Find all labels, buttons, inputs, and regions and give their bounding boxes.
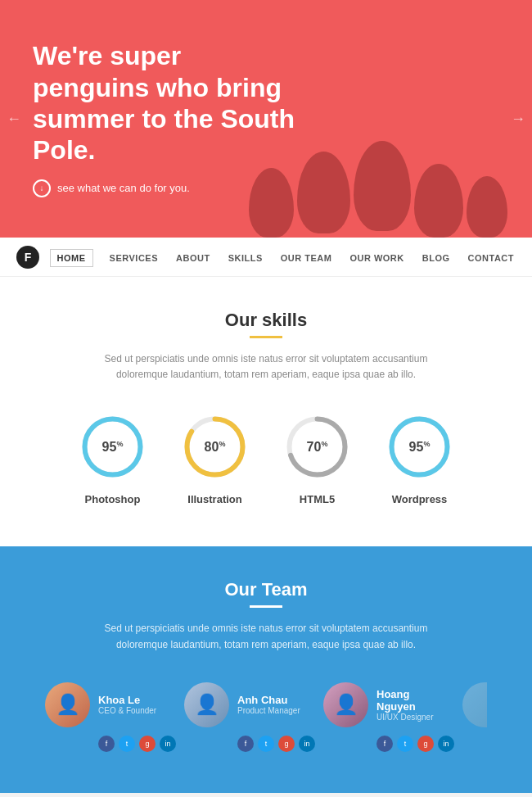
skill-illustration: 80% Illustration bbox=[180, 412, 250, 505]
avatar-hoang: 👤 bbox=[323, 682, 368, 727]
team-info-anh: Anh Chau Product Manager bbox=[237, 694, 300, 715]
team-info-hoang: Hoang Nguyen UI/UX Designer bbox=[376, 688, 446, 722]
social-icons-hoang: f t g in bbox=[376, 736, 454, 752]
googleplus-icon-khoa[interactable]: g bbox=[139, 736, 156, 752]
team-description: Sed ut perspiciatis unde omnis iste natu… bbox=[94, 621, 438, 652]
team-name-khoa: Khoa Le bbox=[98, 694, 156, 706]
team-role-khoa: CEO & Founder bbox=[98, 706, 156, 715]
hero-content: We're super penguins who bring summer to… bbox=[33, 40, 295, 197]
twitter-icon-anh[interactable]: t bbox=[258, 736, 274, 752]
team-name-hoang: Hoang Nguyen bbox=[376, 688, 446, 713]
avatar-khoa: 👤 bbox=[45, 682, 90, 727]
skill-percent-illustration: 80% bbox=[205, 440, 226, 455]
skill-label-illustration: Illustration bbox=[187, 493, 241, 505]
nav-item-our-work[interactable]: OUR WORK bbox=[348, 250, 405, 265]
linkedin-icon-anh[interactable]: in bbox=[299, 736, 315, 752]
nav-item-contact[interactable]: CONTACT bbox=[467, 250, 516, 265]
nav-item-skills[interactable]: SKILLS bbox=[227, 250, 264, 265]
team-section: Our Team Sed ut perspiciatis unde omnis … bbox=[0, 546, 532, 792]
hero-cta[interactable]: ↓ see what we can do for you. bbox=[33, 179, 295, 197]
skill-donut-html5: 70% bbox=[282, 412, 352, 482]
twitter-icon-hoang[interactable]: t bbox=[397, 736, 413, 752]
skill-percent-html5: 70% bbox=[307, 440, 328, 455]
team-member-khoa-top: 👤 Khoa Le CEO & Founder bbox=[45, 682, 156, 727]
nav-item-our-team[interactable]: OUR TEAM bbox=[279, 250, 334, 265]
skill-photoshop: 95% Photoshop bbox=[78, 412, 147, 505]
skill-html5: 70% HTML5 bbox=[282, 412, 352, 505]
skills-description: Sed ut perspiciatis unde omnis iste natu… bbox=[94, 351, 438, 383]
avatar-partial bbox=[462, 682, 487, 727]
team-title: Our Team bbox=[16, 579, 516, 600]
cta-label: see what we can do for you. bbox=[57, 182, 190, 194]
skill-donut-wordpress: 95% bbox=[385, 412, 454, 482]
skill-wordpress: 95% Wordpress bbox=[385, 412, 454, 505]
stats-section: 1988 Project we have done. 277 Completed… bbox=[0, 793, 532, 797]
nav-item-blog[interactable]: BLOG bbox=[421, 250, 452, 265]
team-role-anh: Product Manager bbox=[237, 706, 300, 715]
skill-donut-illustration: 80% bbox=[180, 412, 250, 482]
team-grid: 👤 Khoa Le CEO & Founder f t g in 👤 bbox=[16, 682, 516, 752]
team-member-khoa: 👤 Khoa Le CEO & Founder f t g in bbox=[45, 682, 168, 752]
nav-links: HOME SERVICES ABOUT SKILLS OUR TEAM OUR … bbox=[50, 250, 516, 265]
skills-section: Our skills Sed ut perspiciatis unde omni… bbox=[0, 277, 532, 546]
team-member-anh: 👤 Anh Chau Product Manager f t g in bbox=[184, 682, 307, 752]
navigation: F HOME SERVICES ABOUT SKILLS OUR TEAM OU… bbox=[0, 238, 532, 277]
cta-down-icon[interactable]: ↓ bbox=[33, 179, 51, 197]
social-icons-khoa: f t g in bbox=[98, 736, 176, 752]
linkedin-icon-hoang[interactable]: in bbox=[438, 736, 454, 752]
skill-label-photoshop: Photoshop bbox=[85, 493, 141, 505]
hero-headline: We're super penguins who bring summer to… bbox=[33, 40, 295, 166]
skill-label-html5: HTML5 bbox=[300, 493, 335, 505]
skills-title-underline bbox=[250, 336, 282, 338]
hero-next-arrow[interactable]: → bbox=[511, 111, 525, 128]
skills-title: Our skills bbox=[16, 310, 516, 331]
team-name-anh: Anh Chau bbox=[237, 694, 300, 706]
team-member-anh-top: 👤 Anh Chau Product Manager bbox=[184, 682, 300, 727]
hero-section: We're super penguins who bring summer to… bbox=[0, 0, 532, 238]
team-title-underline bbox=[250, 605, 282, 608]
nav-item-about[interactable]: ABOUT bbox=[174, 250, 212, 265]
skill-label-wordpress: Wordpress bbox=[392, 493, 448, 505]
googleplus-icon-hoang[interactable]: g bbox=[417, 736, 434, 752]
facebook-icon-khoa[interactable]: f bbox=[98, 736, 115, 752]
penguin-3 bbox=[354, 141, 411, 231]
penguin-4 bbox=[414, 164, 463, 238]
skill-percent-wordpress: 95% bbox=[409, 440, 431, 455]
nav-item-home[interactable]: HOME bbox=[50, 250, 93, 265]
skills-grid: 95% Photoshop 80% Illustration 70% bbox=[16, 412, 516, 505]
nav-logo[interactable]: F bbox=[16, 246, 39, 269]
team-member-partial bbox=[462, 682, 487, 752]
skill-donut-photoshop: 95% bbox=[78, 412, 147, 482]
social-icons-anh: f t g in bbox=[237, 736, 315, 752]
team-role-hoang: UI/UX Designer bbox=[376, 713, 446, 722]
team-member-hoang-top: 👤 Hoang Nguyen UI/UX Designer bbox=[323, 682, 446, 727]
twitter-icon-khoa[interactable]: t bbox=[119, 736, 135, 752]
skill-percent-photoshop: 95% bbox=[102, 440, 124, 455]
team-info-khoa: Khoa Le CEO & Founder bbox=[98, 694, 156, 715]
linkedin-icon-khoa[interactable]: in bbox=[160, 736, 176, 752]
nav-item-services[interactable]: SERVICES bbox=[108, 250, 160, 265]
avatar-anh: 👤 bbox=[184, 682, 229, 727]
googleplus-icon-anh[interactable]: g bbox=[278, 736, 295, 752]
facebook-icon-anh[interactable]: f bbox=[237, 736, 254, 752]
penguin-5 bbox=[467, 176, 507, 238]
penguin-2 bbox=[297, 152, 350, 233]
hero-prev-arrow[interactable]: ← bbox=[7, 111, 21, 128]
facebook-icon-hoang[interactable]: f bbox=[376, 736, 393, 752]
team-member-hoang: 👤 Hoang Nguyen UI/UX Designer f t g in bbox=[323, 682, 446, 752]
